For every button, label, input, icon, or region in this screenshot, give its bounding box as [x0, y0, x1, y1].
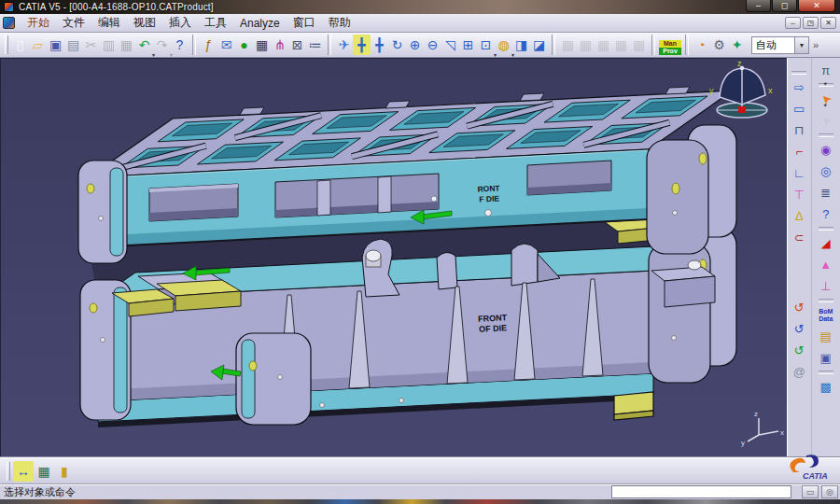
separator: [552, 35, 555, 55]
print-icon[interactable]: ▤: [64, 35, 82, 55]
multi-view-icon[interactable]: ⊞: [459, 35, 477, 55]
duplicate-layers-icon[interactable]: ▩: [815, 376, 837, 398]
fixture-part-icon[interactable]: Δ: [788, 205, 810, 227]
update-red-icon[interactable]: ↺: [788, 297, 810, 318]
menu-item-window[interactable]: 窗口: [287, 13, 322, 33]
svg-text:x: x: [780, 428, 784, 437]
catia-app-icon: [4, 2, 14, 12]
dialog-toggle-button[interactable]: ▭: [802, 485, 819, 498]
separator: [685, 35, 689, 55]
work-bench-icon[interactable]: ⊓: [788, 119, 810, 141]
design-table-icon[interactable]: ▦: [253, 35, 271, 55]
surface-curvature-icon[interactable]: ⊥: [815, 275, 837, 297]
update-blue-icon[interactable]: ↺: [788, 318, 810, 340]
bom-data-icon[interactable]: BoMData: [815, 304, 837, 326]
zoom-in-icon[interactable]: ⊕: [406, 35, 424, 55]
zoom-out-icon[interactable]: ⊖: [424, 35, 441, 55]
toolbar-grip[interactable]: [7, 462, 10, 481]
menu-item-analyze[interactable]: Analyze: [233, 15, 287, 32]
spacer: [788, 248, 811, 297]
search-binoculars-icon[interactable]: ◎: [815, 161, 837, 182]
link-joint-icon[interactable]: ∟: [788, 162, 810, 184]
performance-curve-icon[interactable]: ◢: [815, 232, 837, 254]
current-workbench-icon[interactable]: π: [815, 60, 837, 81]
catalog-browser-icon[interactable]: ◔: [693, 35, 710, 55]
menu-item-edit[interactable]: 编辑: [91, 13, 127, 33]
catalog-db-icon[interactable]: ▤: [815, 326, 837, 347]
model-canvas[interactable]: FRONT OF DIE: [0, 58, 787, 457]
mdi-restore-button[interactable]: ◳: [803, 17, 819, 29]
svg-text:CATIA: CATIA: [803, 471, 828, 481]
3d-viewport[interactable]: FRONT OF DIE: [0, 58, 787, 457]
normal-view-icon[interactable]: ◹: [441, 35, 459, 55]
fly-through-icon[interactable]: ◉: [815, 139, 837, 161]
power-input[interactable]: [611, 485, 791, 498]
fit-all-in-icon[interactable]: ╋: [353, 35, 371, 55]
minimize-button[interactable]: –: [746, 0, 771, 12]
grayed-tool-3-icon: ▦: [595, 35, 612, 55]
new-document-icon[interactable]: ▯: [11, 35, 29, 55]
grayed-toolbar: ▦▦▦▦▦: [559, 35, 648, 55]
svg-text:RONT: RONT: [477, 183, 500, 193]
menu-item-insert[interactable]: 插入: [162, 13, 198, 33]
toolbar-overflow-icon[interactable]: »: [813, 39, 819, 50]
catia-window: CATIA V5 - [000-A4-1688-OP10.CATProduct]…: [0, 0, 840, 504]
compass[interactable]: z y x: [709, 59, 773, 118]
settings-gear-icon[interactable]: ⚙: [710, 35, 728, 55]
maximize-button[interactable]: ◻: [772, 0, 797, 12]
svg-text:y: y: [709, 86, 714, 95]
render-style-icon[interactable]: ◍▾: [495, 35, 512, 55]
measure-item-icon[interactable]: ▦: [34, 461, 54, 482]
clamp-tool-icon[interactable]: ⊤: [788, 184, 810, 205]
formula-icon[interactable]: ƒ: [200, 35, 217, 55]
draft-analysis-icon[interactable]: ▲: [815, 254, 837, 275]
menu-item-help[interactable]: 帮助: [322, 13, 357, 33]
document-icon[interactable]: [3, 17, 15, 29]
assembly-analysis-icon[interactable]: ✦: [728, 35, 746, 55]
open-folder-icon[interactable]: ▱: [29, 35, 47, 55]
separator: [819, 371, 833, 374]
help-pointer-icon[interactable]: ?: [815, 203, 837, 225]
pan-icon[interactable]: ╋: [371, 35, 388, 55]
menu-item-start[interactable]: 开始: [21, 13, 56, 33]
swap-visible-icon[interactable]: ◪: [530, 35, 548, 55]
paste-special-icon[interactable]: ⇨: [788, 77, 810, 98]
rotate-icon[interactable]: ↻: [388, 35, 406, 55]
whats-this-icon[interactable]: ?: [171, 35, 189, 55]
cut-icon: ✂: [82, 35, 100, 55]
grab-tool-icon[interactable]: ⊂: [788, 227, 810, 248]
chevron-down-icon[interactable]: ▼: [794, 37, 808, 53]
rules-icon[interactable]: ≔: [306, 35, 324, 55]
lever-tool-icon[interactable]: ⌐: [788, 141, 810, 162]
menu-item-tools[interactable]: 工具: [198, 13, 233, 33]
update-green-icon[interactable]: ↺: [788, 340, 810, 361]
main-area: FRONT OF DIE: [0, 58, 840, 457]
specifications-icon[interactable]: ≣: [815, 182, 837, 203]
bottom-toolbar: ↔▦▮: [0, 457, 840, 483]
relations-icon[interactable]: ⋔: [271, 35, 288, 55]
undo-icon[interactable]: ↶▾: [135, 35, 153, 55]
menu-item-file[interactable]: 文件: [56, 13, 91, 33]
close-button[interactable]: ✕: [798, 0, 835, 12]
power-input-button[interactable]: ◎: [821, 485, 838, 498]
mdi-minimize-button[interactable]: –: [785, 17, 801, 29]
knowledge-inspector-icon[interactable]: ●: [235, 35, 253, 55]
toolbar-grip[interactable]: [5, 35, 8, 54]
lock-icon[interactable]: ⊠: [288, 35, 306, 55]
menu-item-view[interactable]: 视图: [127, 13, 162, 33]
spiral-tool-icon[interactable]: @: [788, 361, 810, 383]
fly-mode-icon[interactable]: ✈: [335, 35, 353, 55]
viewport-frame-icon[interactable]: ▭: [788, 98, 810, 119]
man-prov-icon[interactable]: ManProv: [659, 37, 681, 58]
hide-show-icon[interactable]: ◨: [512, 35, 530, 55]
mdi-controls: –◳✕: [785, 17, 836, 29]
comment-icon[interactable]: ✉: [217, 35, 235, 55]
mdi-close-button[interactable]: ✕: [820, 17, 836, 29]
mode-combo[interactable]: 自动 ▼: [751, 36, 809, 54]
measure-inertia-icon[interactable]: ▮: [54, 461, 75, 482]
selective-select-icon[interactable]: ➤▾: [810, 105, 840, 136]
save-db-icon[interactable]: ▣: [815, 347, 837, 369]
measure-icon[interactable]: ↔: [13, 461, 34, 482]
save-icon[interactable]: ▣: [47, 35, 64, 55]
iso-view-icon[interactable]: ⊡▾: [477, 35, 495, 55]
